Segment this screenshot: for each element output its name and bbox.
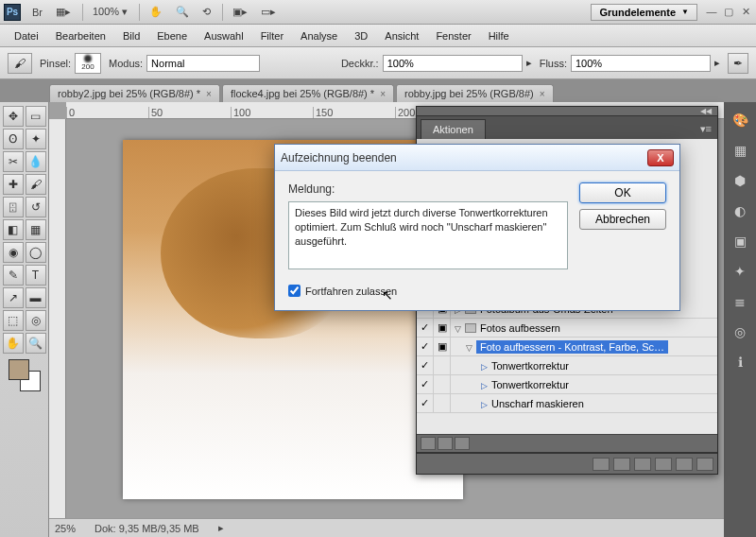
record-button[interactable] bbox=[438, 437, 453, 450]
gradient-tool[interactable]: ▦ bbox=[26, 219, 46, 240]
document-tab[interactable]: flocke4.jpg bei 25% (RGB/8#) *× bbox=[222, 84, 394, 102]
disclosure-icon[interactable] bbox=[466, 341, 472, 353]
zoom-tool[interactable]: 🔍 bbox=[26, 333, 46, 354]
healing-tool[interactable]: ✚ bbox=[3, 174, 24, 195]
doc-size-status[interactable]: Dok: 9,35 MB/9,35 MB bbox=[94, 523, 199, 534]
action-row[interactable]: ✓ Tonwertkorrektur bbox=[417, 356, 717, 375]
screen-mode-button[interactable]: ▦▸ bbox=[50, 4, 77, 20]
hand-icon[interactable]: ✋ bbox=[144, 4, 168, 20]
ok-button[interactable]: OK bbox=[579, 182, 666, 203]
path-tool[interactable]: ↗ bbox=[3, 287, 24, 308]
zoom-level[interactable]: 100% ▾ bbox=[87, 4, 133, 20]
opacity-input[interactable] bbox=[383, 55, 523, 72]
message-textarea[interactable]: Dieses Bild wird jetzt durch diverse Ton… bbox=[288, 201, 568, 269]
panel-menu-icon[interactable]: ▾≡ bbox=[695, 119, 717, 139]
dodge-tool[interactable]: ◯ bbox=[26, 242, 46, 263]
zoom-status[interactable]: 25% bbox=[55, 523, 76, 534]
chevron-right-icon[interactable]: ▸ bbox=[714, 57, 720, 69]
close-icon[interactable]: × bbox=[206, 89, 212, 99]
menu-datei[interactable]: Datei bbox=[6, 27, 47, 44]
styles-panel-icon[interactable]: ⬢ bbox=[730, 170, 750, 191]
cancel-button[interactable]: Abbrechen bbox=[579, 209, 666, 230]
menu-hilfe[interactable]: Hilfe bbox=[480, 27, 518, 44]
color-swatches[interactable] bbox=[9, 359, 41, 391]
play-button[interactable] bbox=[455, 437, 470, 450]
menu-filter[interactable]: Filter bbox=[252, 27, 292, 44]
chevron-right-icon[interactable]: ▸ bbox=[218, 522, 224, 534]
move-tool[interactable]: ✥ bbox=[3, 106, 24, 127]
3d-tool[interactable]: ⬚ bbox=[3, 310, 24, 331]
document-tab[interactable]: robby2.jpg bei 25% (RGB/8#) *× bbox=[49, 84, 220, 102]
airbrush-icon[interactable]: ✒ bbox=[728, 53, 748, 74]
maximize-button[interactable]: ▢ bbox=[722, 6, 735, 18]
allow-continue-checkbox[interactable]: Fortfahren zulassen bbox=[288, 285, 568, 297]
crop-tool[interactable]: ✂ bbox=[3, 151, 24, 172]
workspace-dropdown[interactable]: Grundelemente ▼ bbox=[591, 4, 697, 21]
action-row[interactable]: ✓ Unscharf maskieren bbox=[417, 394, 717, 413]
chevron-right-icon[interactable]: ▸ bbox=[526, 57, 532, 69]
flow-input[interactable] bbox=[571, 55, 711, 72]
type-tool[interactable]: T bbox=[26, 265, 46, 286]
window-controls: — ▢ ✕ bbox=[705, 6, 752, 18]
paths-panel-icon[interactable]: ℹ bbox=[730, 352, 750, 372]
play-icon[interactable] bbox=[634, 458, 651, 471]
document-tab[interactable]: robby.jpg bei 25% (RGB/8#)× bbox=[396, 84, 554, 102]
eyedropper-tool[interactable]: 💧 bbox=[26, 151, 46, 172]
lasso-tool[interactable]: ʘ bbox=[3, 129, 24, 149]
brush-tool-icon[interactable]: 🖌 bbox=[8, 53, 32, 74]
action-row[interactable]: ✓ Tonwertkorrektur bbox=[417, 375, 717, 394]
panel-collapse-bar[interactable]: ◀◀ bbox=[417, 107, 717, 116]
masks-panel-icon[interactable]: ▣ bbox=[730, 231, 750, 251]
brush-tool[interactable]: 🖌 bbox=[26, 174, 46, 195]
arrange-icon[interactable]: ▣▸ bbox=[227, 4, 253, 20]
zoom-icon[interactable]: 🔍 bbox=[170, 4, 195, 20]
stop-icon[interactable] bbox=[593, 458, 610, 471]
hand-tool[interactable]: ✋ bbox=[3, 333, 24, 354]
message-label: Meldung: bbox=[288, 182, 568, 196]
close-icon[interactable]: × bbox=[540, 89, 545, 99]
dialog-close-button[interactable]: X bbox=[647, 149, 674, 166]
wand-tool[interactable]: ✦ bbox=[26, 129, 46, 149]
eraser-tool[interactable]: ◧ bbox=[3, 219, 24, 240]
brush-picker[interactable]: Pinsel: 200 bbox=[40, 53, 101, 74]
menu-fenster[interactable]: Fenster bbox=[427, 27, 479, 44]
close-button[interactable]: ✕ bbox=[739, 6, 752, 18]
layers-panel-icon[interactable]: ≣ bbox=[730, 291, 750, 312]
minimize-button[interactable]: — bbox=[705, 6, 718, 18]
dialog-titlebar[interactable]: Aufzeichnung beenden X bbox=[275, 145, 679, 171]
new-action-icon[interactable] bbox=[676, 458, 693, 471]
shape-tool[interactable]: ▬ bbox=[26, 287, 46, 308]
rotate-icon[interactable]: ⟲ bbox=[197, 4, 216, 20]
new-set-icon[interactable] bbox=[655, 458, 672, 471]
marquee-tool[interactable]: ▭ bbox=[26, 106, 46, 127]
history-brush-tool[interactable]: ↺ bbox=[26, 197, 46, 217]
menu-ebene[interactable]: Ebene bbox=[148, 27, 196, 44]
stop-button[interactable] bbox=[421, 437, 436, 450]
trash-icon[interactable] bbox=[696, 458, 713, 471]
pen-tool[interactable]: ✎ bbox=[3, 265, 24, 286]
menu-auswahl[interactable]: Auswahl bbox=[196, 27, 252, 44]
swatches-panel-icon[interactable]: ▦ bbox=[730, 140, 750, 161]
menu-3d[interactable]: 3D bbox=[346, 27, 376, 44]
action-row[interactable]: ✓ ▣ Fotos aufbessern bbox=[417, 319, 717, 338]
foreground-color[interactable] bbox=[9, 359, 29, 380]
stamp-tool[interactable]: ⌹ bbox=[3, 197, 24, 217]
blur-tool[interactable]: ◉ bbox=[3, 242, 24, 263]
bridge-button[interactable]: Br bbox=[26, 5, 48, 20]
color-panel-icon[interactable]: 🎨 bbox=[730, 110, 750, 130]
adjustments-panel-icon[interactable]: ◐ bbox=[730, 200, 750, 221]
mode-select[interactable] bbox=[146, 55, 260, 72]
record-icon[interactable] bbox=[613, 458, 630, 471]
menu-bild[interactable]: Bild bbox=[114, 27, 148, 44]
close-icon[interactable]: × bbox=[380, 89, 386, 99]
panel-tab-aktionen[interactable]: Aktionen bbox=[421, 119, 486, 139]
action-row[interactable]: ✓ ▣ Foto aufbessern - Kontrast, Farbe, S… bbox=[417, 338, 717, 356]
disclosure-icon[interactable] bbox=[455, 322, 461, 334]
navigator-panel-icon[interactable]: ✦ bbox=[730, 261, 750, 282]
3d-camera-tool[interactable]: ◎ bbox=[26, 310, 46, 331]
menu-analyse[interactable]: Analyse bbox=[292, 27, 346, 44]
menu-bearbeiten[interactable]: Bearbeiten bbox=[47, 27, 114, 44]
screen-mode-icon[interactable]: ▭▸ bbox=[255, 4, 282, 20]
channels-panel-icon[interactable]: ◎ bbox=[730, 321, 750, 342]
menu-ansicht[interactable]: Ansicht bbox=[376, 27, 427, 44]
